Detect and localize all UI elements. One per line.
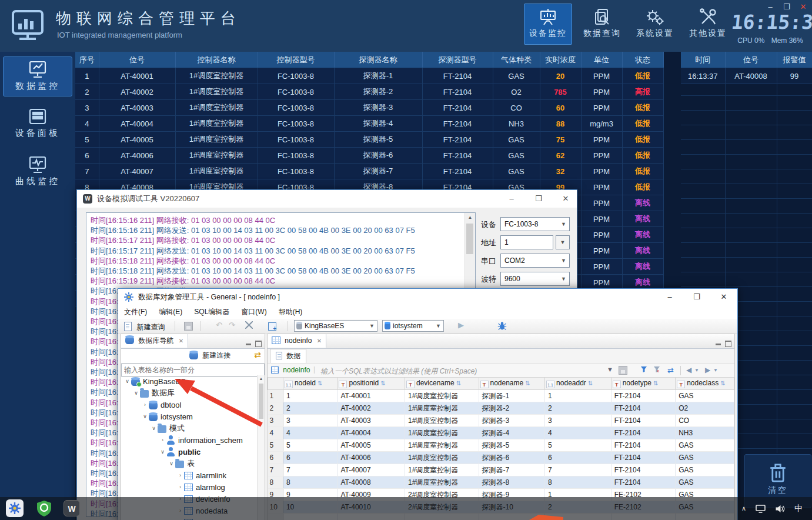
cell-positionid[interactable]: AT-40002: [338, 402, 405, 415]
cell-positionid[interactable]: AT-40008: [338, 476, 405, 489]
expand-icon[interactable]: ∨: [168, 461, 175, 466]
cell-nodeid[interactable]: 6: [283, 452, 338, 464]
back-dropdown-icon[interactable]: ▼: [694, 368, 699, 373]
close-icon[interactable]: ✕: [317, 338, 322, 344]
menu-item[interactable]: 编辑(E): [153, 305, 188, 319]
cell-nodeid[interactable]: 1: [283, 390, 338, 402]
expand-icon[interactable]: ∨: [159, 449, 166, 455]
cell-nodeclass[interactable]: GAS: [676, 476, 734, 489]
cell-nodename[interactable]: 探测器-8: [479, 476, 545, 489]
add-panel-icon[interactable]: [268, 322, 276, 331]
sort-icon[interactable]: ⇅: [720, 380, 725, 386]
cell-nodename[interactable]: 探测器-2: [479, 402, 545, 415]
db-minimize-button[interactable]: –: [659, 289, 680, 305]
sort-icon[interactable]: ⇅: [525, 380, 530, 386]
taskbar-w-app-icon[interactable]: W: [64, 500, 80, 516]
db-close-button[interactable]: ✕: [713, 289, 734, 305]
sidebar-item-device-panel[interactable]: 设备面板: [3, 104, 72, 144]
tree-item[interactable]: › alarmlog: [121, 481, 258, 493]
cell-nodeid[interactable]: 8: [283, 476, 338, 489]
ime-indicator[interactable]: 中: [794, 504, 803, 514]
sort-icon[interactable]: ⇅: [318, 380, 322, 386]
grid-column-header[interactable]: nodeaddr⇅: [545, 378, 611, 390]
baud-select[interactable]: 9600▼: [500, 272, 570, 286]
save-button[interactable]: [184, 322, 193, 331]
cell-nodename[interactable]: 探测器-4: [479, 427, 545, 439]
redo-icon[interactable]: ↷: [229, 321, 235, 329]
clear-filter-icon[interactable]: x: [653, 366, 660, 373]
cell-nodeclass[interactable]: GAS: [676, 439, 734, 452]
cell-nodename[interactable]: 探测器-6: [479, 452, 545, 464]
taskbar-shield-app-icon[interactable]: [35, 499, 53, 517]
cell-nodeid[interactable]: 4: [283, 427, 338, 439]
row-number[interactable]: 1: [268, 390, 283, 402]
cell-devicename[interactable]: 1#调度室控制器: [405, 415, 479, 427]
row-number[interactable]: 8: [268, 476, 283, 489]
chevron-down-icon[interactable]: ▼: [607, 366, 613, 373]
scroll-up-icon[interactable]: ▲: [465, 213, 475, 222]
minimize-panel-icon[interactable]: [246, 344, 251, 345]
cell-nodeaddr[interactable]: 8: [545, 476, 611, 489]
tree-item[interactable]: ∨ public: [121, 446, 258, 458]
debug-maximize-button[interactable]: ❒: [529, 190, 549, 208]
debug-bug-icon[interactable]: [497, 321, 507, 331]
network-icon[interactable]: [756, 505, 766, 513]
cell-positionid[interactable]: AT-40007: [338, 464, 405, 476]
sql-filter-input[interactable]: 输入一个SQL表达式以过滤结果 (使用 Ctrl+Space): [320, 366, 477, 376]
connection-select[interactable]: KingBaseES ▼: [294, 320, 377, 332]
cell-devicename[interactable]: 1#调度室控制器: [405, 464, 479, 476]
cell-nodeclass[interactable]: CO: [676, 415, 734, 427]
save-filter-icon[interactable]: [619, 366, 627, 375]
sort-icon[interactable]: ⇅: [456, 380, 461, 386]
row-number[interactable]: 6: [268, 452, 283, 464]
cell-nodetype[interactable]: FT-2104: [611, 402, 676, 415]
row-number[interactable]: 7: [268, 464, 283, 476]
grid-row[interactable]: 5 5 AT-40005 1#调度室控制器 探测器-5 5 FT-2104 GA…: [268, 439, 734, 452]
forward-dropdown-icon[interactable]: ▼: [713, 368, 718, 373]
grid-column-header[interactable]: devicename⇅: [405, 378, 479, 390]
cell-nodeid[interactable]: 3: [283, 415, 338, 427]
expand-icon[interactable]: ›: [159, 437, 166, 443]
cell-devicename[interactable]: 1#调度室控制器: [405, 439, 479, 452]
grid-row[interactable]: 1 1 AT-40001 1#调度室控制器 探测器-1 1 FT-2104 GA…: [268, 390, 734, 402]
scroll-thumb[interactable]: [259, 384, 263, 419]
tab-data[interactable]: 数据: [270, 349, 306, 363]
tree-item[interactable]: ∨ KingBaseES: [121, 375, 258, 387]
db-window-titlebar[interactable]: 数据库对象管理工具 - General - [ nodeinfo ] – ❒ ✕: [118, 289, 737, 305]
cell-nodeclass[interactable]: NH3: [676, 427, 734, 439]
nav-device-monitor[interactable]: 设备监控: [524, 4, 572, 45]
maximize-panel-icon[interactable]: [725, 341, 731, 347]
cell-nodetype[interactable]: FT-2104: [611, 476, 676, 489]
cell-nodeclass[interactable]: GAS: [676, 464, 734, 476]
cell-nodeaddr[interactable]: 3: [545, 415, 611, 427]
cell-nodeid[interactable]: 2: [283, 402, 338, 415]
menu-item[interactable]: SQL编辑器: [188, 305, 235, 319]
db-maximize-button[interactable]: ❒: [686, 289, 707, 305]
undo-icon[interactable]: ↶: [216, 321, 222, 329]
new-query-button[interactable]: 新建查询: [124, 321, 165, 332]
cell-nodeaddr[interactable]: 1: [545, 390, 611, 402]
close-icon[interactable]: ✕: [179, 338, 183, 344]
expand-icon[interactable]: ∨: [150, 425, 158, 431]
grid-column-header[interactable]: positionid⇅: [338, 378, 405, 390]
tree-item[interactable]: ∨ 表: [121, 458, 258, 469]
debug-window-titlebar[interactable]: W 设备模拟调试工具 V20220607 – ❒ ✕: [77, 190, 577, 208]
taskbar-settings-app-icon[interactable]: [6, 499, 24, 517]
cell-nodetype[interactable]: FT-2104: [611, 439, 676, 452]
tree-item[interactable]: ∨ iotsystem: [121, 411, 258, 422]
grid-row[interactable]: 7 7 AT-40007 1#调度室控制器 探测器-7 7 FT-2104 GA…: [268, 464, 734, 476]
run-icon[interactable]: ▶: [458, 321, 464, 329]
debug-close-button[interactable]: ✕: [556, 190, 576, 208]
row-number[interactable]: 4: [268, 427, 283, 439]
tree-item[interactable]: › alarmlink: [121, 469, 258, 481]
filter-icon[interactable]: [640, 366, 647, 373]
sidebar-item-data-monitor[interactable]: 数据监控: [3, 56, 72, 96]
tree-item[interactable]: ∨ 数据库: [121, 387, 258, 399]
grid-column-header[interactable]: nodetype⇅: [611, 378, 676, 390]
cell-positionid[interactable]: AT-40005: [338, 439, 405, 452]
tree-item[interactable]: › dbtool: [121, 399, 258, 411]
refresh-icon[interactable]: ⇄: [254, 350, 261, 359]
cell-nodeaddr[interactable]: 5: [545, 439, 611, 452]
tree-item[interactable]: › information_schem: [121, 434, 258, 446]
cell-nodeclass[interactable]: GAS: [676, 390, 734, 402]
